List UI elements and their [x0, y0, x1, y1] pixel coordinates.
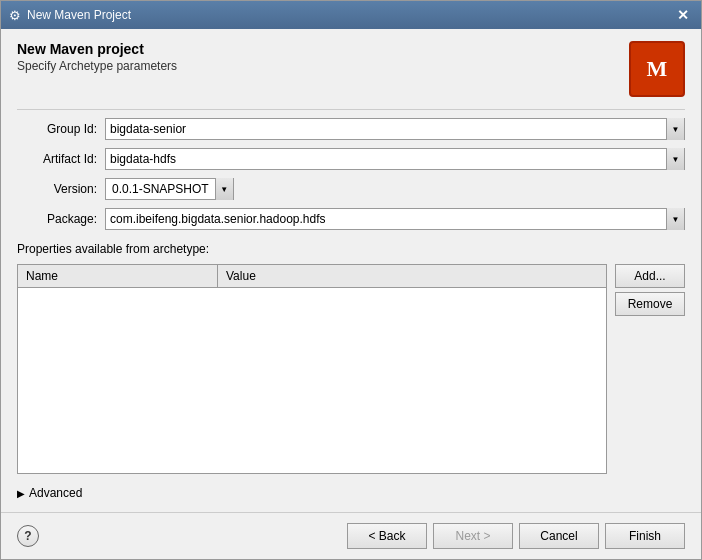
new-maven-project-window: ⚙ New Maven Project ✕ New Maven project …	[0, 0, 702, 560]
version-label: Version:	[17, 182, 97, 196]
next-button[interactable]: Next >	[433, 523, 513, 549]
help-button[interactable]: ?	[17, 525, 39, 547]
bottom-bar: ? < Back Next > Cancel Finish	[1, 512, 701, 559]
version-row: Version: 0.0.1-SNAPSHOT ▼	[17, 178, 685, 200]
properties-section-label: Properties available from archetype:	[17, 242, 685, 256]
group-id-row: Group Id: ▼	[17, 118, 685, 140]
close-button[interactable]: ✕	[673, 8, 693, 22]
package-input[interactable]	[106, 210, 666, 228]
maven-logo: M	[629, 41, 685, 97]
table-body	[18, 288, 606, 398]
header-separator	[17, 109, 685, 110]
main-content: New Maven project Specify Archetype para…	[1, 29, 701, 512]
title-bar: ⚙ New Maven Project ✕	[1, 1, 701, 29]
finish-button[interactable]: Finish	[605, 523, 685, 549]
package-row: Package: ▼	[17, 208, 685, 230]
artifact-id-input-container: ▼	[105, 148, 685, 170]
advanced-label[interactable]: Advanced	[29, 486, 82, 500]
value-column-header: Value	[218, 265, 606, 287]
package-label: Package:	[17, 212, 97, 226]
page-title: New Maven project	[17, 41, 177, 57]
navigation-buttons: < Back Next > Cancel Finish	[347, 523, 685, 549]
properties-table: Name Value	[17, 264, 607, 474]
form-section: Group Id: ▼ Artifact Id: ▼ Version: 0.0.…	[17, 118, 685, 230]
group-id-dropdown[interactable]: ▼	[666, 118, 684, 140]
maven-icon-letter: M	[647, 56, 668, 82]
version-select-container[interactable]: 0.0.1-SNAPSHOT ▼	[105, 178, 234, 200]
properties-section: Name Value Add... Remove	[17, 264, 685, 474]
artifact-id-row: Artifact Id: ▼	[17, 148, 685, 170]
artifact-id-label: Artifact Id:	[17, 152, 97, 166]
advanced-expand-icon: ▶	[17, 488, 25, 499]
header-text: New Maven project Specify Archetype para…	[17, 41, 177, 73]
version-dropdown-arrow[interactable]: ▼	[215, 178, 233, 200]
name-column-header: Name	[18, 265, 218, 287]
group-id-input-container: ▼	[105, 118, 685, 140]
properties-buttons: Add... Remove	[615, 264, 685, 474]
title-bar-left: ⚙ New Maven Project	[9, 8, 131, 23]
advanced-section[interactable]: ▶ Advanced	[17, 486, 685, 500]
artifact-id-input[interactable]	[106, 150, 666, 168]
remove-button[interactable]: Remove	[615, 292, 685, 316]
group-id-input[interactable]	[106, 120, 666, 138]
package-dropdown[interactable]: ▼	[666, 208, 684, 230]
group-id-label: Group Id:	[17, 122, 97, 136]
page-subtitle: Specify Archetype parameters	[17, 59, 177, 73]
package-input-container: ▼	[105, 208, 685, 230]
table-header: Name Value	[18, 265, 606, 288]
header-section: New Maven project Specify Archetype para…	[17, 41, 685, 97]
gear-icon: ⚙	[9, 8, 21, 23]
cancel-button[interactable]: Cancel	[519, 523, 599, 549]
window-title: New Maven Project	[27, 8, 131, 22]
back-button[interactable]: < Back	[347, 523, 427, 549]
version-value: 0.0.1-SNAPSHOT	[106, 180, 215, 198]
add-button[interactable]: Add...	[615, 264, 685, 288]
artifact-id-dropdown[interactable]: ▼	[666, 148, 684, 170]
